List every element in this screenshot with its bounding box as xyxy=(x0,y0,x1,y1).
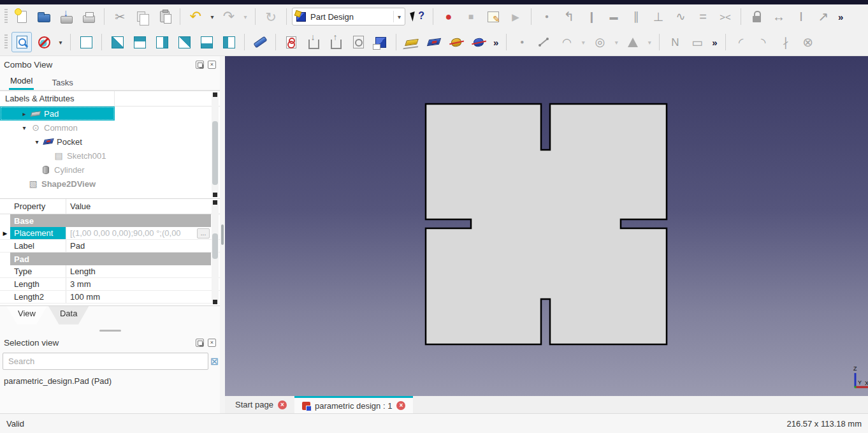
create-point-button[interactable]: ● xyxy=(512,32,532,52)
panel-splitter-horizontal[interactable] xyxy=(0,327,220,334)
scroll-up-icon[interactable] xyxy=(213,92,217,97)
toolbar-overflow-sketcher[interactable]: » xyxy=(709,37,720,48)
draw-style-dropdown[interactable]: ▾ xyxy=(56,33,65,52)
pad-shape-canvas[interactable] xyxy=(225,56,868,396)
constraint-coincident-button[interactable]: ● xyxy=(537,6,557,27)
new-document-button[interactable] xyxy=(11,6,32,27)
view-right-button[interactable] xyxy=(152,32,172,52)
splitter-handle[interactable] xyxy=(221,224,224,245)
macro-edit-button[interactable] xyxy=(483,6,503,27)
tree-item-pocket[interactable]: ▾ Pocket xyxy=(0,135,220,149)
cut-button[interactable]: ✂ xyxy=(110,6,130,27)
constraint-vertical-button[interactable]: ❙ xyxy=(581,6,602,27)
search-input[interactable] xyxy=(3,353,208,370)
selection-list-item[interactable]: parametric_design.Pad (Pad) xyxy=(0,371,220,386)
open-document-button[interactable] xyxy=(34,6,54,27)
create-polyline-button[interactable]: N xyxy=(665,32,685,52)
tab-data[interactable]: Data xyxy=(48,306,89,327)
tree-item-shape2dview[interactable]: ▧ Shape2DView xyxy=(0,177,220,191)
toolbar-overflow-partdesign[interactable]: » xyxy=(491,37,501,48)
split-edge-button[interactable]: ∤ xyxy=(776,32,796,52)
save-button[interactable] xyxy=(56,6,76,27)
property-row-type[interactable]: Type Length xyxy=(0,265,220,278)
undo-dropdown[interactable]: ▾ xyxy=(208,7,217,26)
toolbar-grip[interactable] xyxy=(4,34,8,50)
toolbar-overflow-row1[interactable]: » xyxy=(835,11,846,22)
tab-model[interactable]: Model xyxy=(9,73,34,90)
view-sketch-button[interactable] xyxy=(348,32,368,52)
revolution-button[interactable] xyxy=(446,32,467,52)
conic-dropdown[interactable]: ▾ xyxy=(645,33,654,52)
tab-tasks[interactable]: Tasks xyxy=(50,75,74,90)
property-row-label[interactable]: Label Pad xyxy=(0,240,220,253)
close-panel-icon[interactable]: × xyxy=(208,339,216,347)
close-tab-icon[interactable]: × xyxy=(278,400,287,409)
undo-button[interactable]: ↶ xyxy=(185,6,206,27)
scrollbar-thumb[interactable] xyxy=(212,233,218,259)
create-sketch-button[interactable] xyxy=(281,32,301,52)
expander-expanded-icon[interactable]: ▾ xyxy=(19,124,29,131)
constraint-equal-button[interactable]: = xyxy=(693,6,713,27)
whats-this-button[interactable] xyxy=(407,6,428,27)
merge-sketches-button[interactable] xyxy=(303,32,324,52)
property-scrollbar[interactable] xyxy=(212,200,219,304)
float-panel-icon[interactable] xyxy=(196,61,204,69)
pad-button[interactable] xyxy=(401,32,422,52)
splitter-handle[interactable] xyxy=(99,330,121,332)
redo-dropdown[interactable]: ▾ xyxy=(241,7,250,26)
tree-item-sketch001[interactable]: ▤ Sketch001 xyxy=(0,149,220,163)
clear-search-icon[interactable]: ⊠ xyxy=(210,355,219,367)
constraint-distance-button[interactable]: ↗ xyxy=(813,6,834,27)
print-button[interactable] xyxy=(78,6,99,27)
length2-value[interactable]: 100 mm xyxy=(66,291,220,303)
length-value[interactable]: 3 mm xyxy=(66,278,220,290)
constraint-parallel-button[interactable]: ∥ xyxy=(626,6,646,27)
placement-edit-button[interactable]: ... xyxy=(197,228,210,239)
scroll-up-icon[interactable] xyxy=(213,200,217,205)
export-sketch-button[interactable] xyxy=(326,32,346,52)
external-geometry-button[interactable]: ◝ xyxy=(753,32,774,52)
constraint-point-on-object-button[interactable]: ↰ xyxy=(559,6,579,27)
property-group-base[interactable]: Base xyxy=(0,214,220,227)
refresh-button[interactable]: ↻ xyxy=(261,6,281,27)
copy-button[interactable] xyxy=(132,6,152,27)
constraint-horizontal-button[interactable]: ▬ xyxy=(604,6,624,27)
constraint-perpendicular-button[interactable]: ⊥ xyxy=(648,6,669,27)
type-value[interactable]: Length xyxy=(66,265,220,277)
toolbar-grip[interactable] xyxy=(4,9,8,24)
extend-edge-button[interactable]: ◜ xyxy=(731,32,751,52)
constraint-vertical-distance-button[interactable]: I xyxy=(791,6,811,27)
constraint-symmetric-button[interactable]: >< xyxy=(715,6,735,27)
macro-run-button[interactable]: ▶ xyxy=(505,6,526,27)
expander-collapsed-icon[interactable]: ▸ xyxy=(19,110,29,117)
label-value[interactable]: Pad xyxy=(66,240,220,252)
tree-item-cylinder[interactable]: Cylinder xyxy=(0,163,220,177)
view-rear-button[interactable] xyxy=(174,32,194,52)
tree-scrollbar[interactable] xyxy=(212,92,219,197)
expander-expanded-icon[interactable]: ▾ xyxy=(32,138,42,145)
create-arc-button[interactable]: ◠ xyxy=(556,32,577,52)
property-row-placement[interactable]: ▶ Placement [(1,00 0,00 0,00);90,00 °;(0… xyxy=(0,227,220,240)
redo-button[interactable]: ↷ xyxy=(219,6,239,27)
create-line-button[interactable] xyxy=(534,32,554,52)
groove-button[interactable] xyxy=(468,32,489,52)
fit-all-button[interactable] xyxy=(11,32,32,52)
workbench-selector[interactable]: Part Design▾ xyxy=(292,8,405,26)
view-bottom-button[interactable] xyxy=(196,32,217,52)
create-rectangle-button[interactable]: ▭ xyxy=(687,32,707,52)
view-front-button[interactable] xyxy=(107,32,127,52)
view-left-button[interactable] xyxy=(219,32,239,52)
scroll-down-icon[interactable] xyxy=(213,300,217,304)
tree-item-pad[interactable]: ▸ Pad xyxy=(0,106,220,121)
view-axonometric-button[interactable] xyxy=(76,32,96,52)
macro-record-button[interactable]: ● xyxy=(438,6,459,27)
map-sketch-button[interactable] xyxy=(370,32,391,52)
property-row-length2[interactable]: Length2 100 mm xyxy=(0,291,220,304)
constraint-tangent-button[interactable]: ∿ xyxy=(670,6,691,27)
panel-splitter-vertical[interactable] xyxy=(220,56,225,413)
pocket-button[interactable] xyxy=(424,32,444,52)
carbon-copy-button[interactable]: ⊗ xyxy=(798,32,818,52)
close-panel-icon[interactable]: × xyxy=(208,61,216,69)
create-circle-button[interactable]: ◎ xyxy=(590,32,610,52)
view-top-button[interactable] xyxy=(129,32,150,52)
